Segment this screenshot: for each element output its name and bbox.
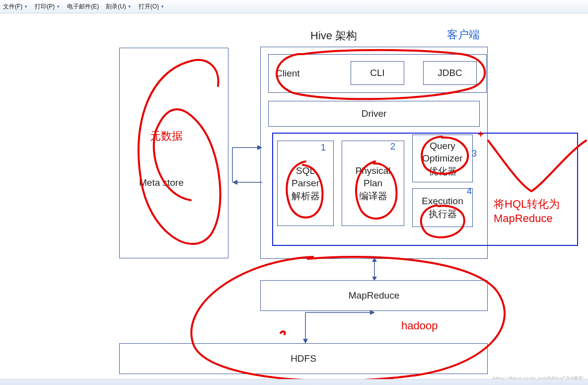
menu-file-label: 文件(F) [3,2,22,11]
arrow-hive-mapreduce [369,258,379,281]
chevron-down-icon: ▼ [56,4,60,9]
svg-marker-10 [303,339,308,344]
menu-email-label: 电子邮件(E) [67,2,99,11]
jdbc-box: JDBC [423,61,477,85]
metastore-label: Meta store [139,177,184,188]
mapreduce-label: MapReduce [349,290,399,301]
menu-open[interactable]: 打开(O)▼ [139,2,164,11]
menu-burn[interactable]: 刻录(U)▼ [106,2,132,11]
driver-box: Driver [268,101,480,127]
diagram-title: Hive 架构 [310,28,357,43]
ann-plus: + [478,129,484,140]
svg-marker-3 [232,180,237,185]
toolbar: 文件(F)▼ 打印(P)▼ 电子邮件(E) 刻录(U)▼ 打开(O)▼ [0,0,588,13]
chevron-down-icon: ▼ [128,4,132,9]
menu-print-label: 打印(P) [35,2,55,11]
arrow-metastore-hive [227,143,262,187]
ann-metadata: 元数据 [150,129,183,144]
svg-marker-1 [257,145,262,150]
chevron-down-icon: ▼ [24,4,28,9]
menu-email[interactable]: 电子邮件(E) [67,2,99,11]
jdbc-label: JDBC [438,68,462,78]
arrow-mapreduce-hdfs [295,310,375,345]
ann-hql: 将HQL转化为 MapReduce [494,197,560,226]
highlight-rect [272,133,578,246]
num-1: 1 [321,143,326,153]
svg-marker-11 [370,310,375,315]
metastore-container [119,48,228,258]
cli-label: CLI [370,68,385,78]
svg-marker-6 [372,277,377,281]
hdfs-box: HDFS [119,343,488,374]
ann-client: 客户端 [447,27,480,42]
ann-hql-l1: 将HQL转化为 [494,197,560,212]
mapreduce-box: MapReduce [260,280,488,311]
menu-print[interactable]: 打印(P)▼ [35,2,60,11]
chevron-down-icon: ▼ [160,4,164,9]
menu-file[interactable]: 文件(F)▼ [3,2,28,11]
diagram-canvas: Hive 架构 Meta store Client CLI JDBC Drive… [0,13,588,385]
ann-hql-l2: MapReduce [494,212,560,226]
cli-box: CLI [351,61,404,85]
ann-hadoop: hadoop [401,319,438,332]
num-4: 4 [467,186,472,197]
svg-marker-7 [372,258,377,262]
driver-label: Driver [362,108,387,119]
num-2: 2 [390,142,395,152]
menu-open-label: 打开(O) [139,2,159,11]
num-3: 3 [472,149,477,159]
hdfs-label: HDFS [291,353,316,364]
footer-bar [0,379,588,385]
menu-burn-label: 刻录(U) [106,2,126,11]
client-label: Client [276,68,300,79]
